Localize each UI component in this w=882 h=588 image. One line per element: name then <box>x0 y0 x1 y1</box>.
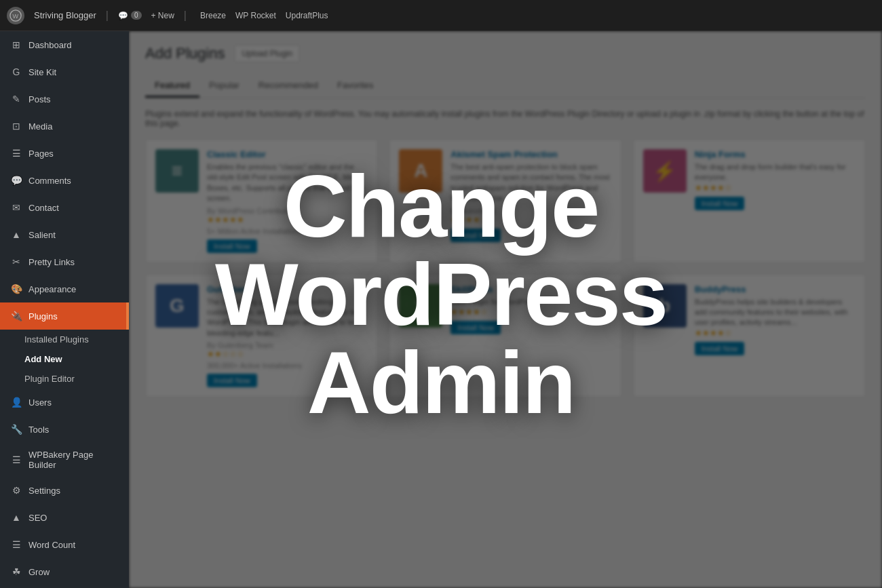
install-button-akismet[interactable]: Install Now <box>450 229 501 242</box>
sidebar-item-appearance[interactable]: 🎨 Appearance <box>0 275 129 302</box>
sidebar-item-plugins[interactable]: 🔌 Plugins <box>0 302 129 330</box>
plugins-icon: 🔌 <box>9 309 23 323</box>
plugin-desc-buddypress: BuddyPress helps site builders & develop… <box>695 297 856 328</box>
plugin-installs-classic-editor: 5+ Million Active Installations <box>207 227 368 235</box>
sidebar-item-wpbakery[interactable]: ☰ WPBakery Page Builder <box>0 443 129 477</box>
plugin-name-gutenberg[interactable]: Gutenberg <box>207 284 368 294</box>
tab-favorites[interactable]: Favorites <box>328 75 383 98</box>
sidebar-label-sitekit: Site Kit <box>28 67 56 77</box>
salient-icon: ▲ <box>9 228 23 241</box>
tab-recommended[interactable]: Recommended <box>249 75 328 98</box>
admin-bar-plugins: Breeze WP Rocket UpdraftPlus <box>200 11 328 20</box>
plugin-stars-gutenberg: ★★☆☆☆ <box>207 349 368 359</box>
users-icon: 👤 <box>9 395 23 409</box>
plugin-stars-buddypress: ★★★★☆ <box>695 328 856 338</box>
sidebar-item-salient[interactable]: ▲ Salient <box>0 221 129 248</box>
plugin-breeze[interactable]: Breeze <box>200 11 226 20</box>
plugin-stars-ninja: ★★★★☆ <box>695 183 856 193</box>
plugin-name-classic-editor[interactable]: Classic Editor <box>207 149 368 159</box>
plugin-updraftplus[interactable]: UpdraftPlus <box>286 11 328 20</box>
plugin-name-skillpress[interactable]: SkillPress <box>450 284 538 294</box>
sidebar-item-tools[interactable]: 🔧 Tools <box>0 416 129 443</box>
sidebar-item-dashboard[interactable]: ⊞ Dashboard <box>0 31 129 58</box>
plugin-card-classic-editor: ≡ Classic Editor Enables the previous "c… <box>145 139 378 263</box>
plugin-wprocket[interactable]: WP Rocket <box>235 11 276 20</box>
plugin-info-akismet: Akismet Spam Protection The best anti-sp… <box>450 149 611 253</box>
sep1: | <box>106 9 109 22</box>
plugin-thumb-skillpress: S <box>399 284 442 328</box>
sidebar-label-word-count: Word Count <box>28 540 75 550</box>
plugin-desc-akismet: The best anti-spam protection to block s… <box>450 162 611 204</box>
plugin-desc-ninja: The drag and drop form builder that's ea… <box>695 162 856 183</box>
sidebar-item-word-count[interactable]: ☰ Word Count <box>0 531 129 558</box>
sidebar-label-media: Media <box>28 121 52 132</box>
plugin-card-skillpress: S SkillPress LMS Plugin for WordPress ★★… <box>389 274 621 398</box>
plugin-info-gutenberg: Gutenberg The Gutenberg plugin provides … <box>207 284 368 388</box>
install-button-classic-editor[interactable]: Install Now <box>207 239 257 253</box>
plugin-thumb-ninja: ⚡ <box>643 149 687 193</box>
word-count-icon: ☰ <box>9 538 23 551</box>
sidebar-item-posts[interactable]: ✎ Posts <box>0 85 129 113</box>
sidebar-label-tools: Tools <box>28 425 49 435</box>
new-item[interactable]: + New <box>151 11 174 20</box>
sidebar-label-appearance: Appearance <box>28 284 76 294</box>
plugin-thumb-gutenberg: G <box>155 284 199 328</box>
tab-popular[interactable]: Popular <box>199 75 249 98</box>
seo-icon: ▲ <box>9 511 23 524</box>
comments-count[interactable]: 💬 0 <box>118 11 142 20</box>
sidebar-item-grow[interactable]: ☘ Grow <box>0 558 129 585</box>
sidebar-item-pretty-links[interactable]: ✂ Pretty Links <box>0 248 129 275</box>
plugin-desc-classic-editor: Enables the previous "classic" editor an… <box>207 162 368 204</box>
install-button-ninja[interactable]: Install Now <box>695 197 745 210</box>
sep2: | <box>184 9 187 22</box>
sidebar-item-media[interactable]: ⊡ Media <box>0 113 129 140</box>
sidebar-label-dashboard: Dashboard <box>28 40 72 50</box>
admin-bar: W Striving Blogger | 💬 0 + New | Breeze … <box>0 0 882 31</box>
comments-icon: 💬 <box>9 174 23 187</box>
settings-icon: ⚙ <box>9 484 23 497</box>
posts-icon: ✎ <box>9 92 23 106</box>
sidebar-item-settings[interactable]: ⚙ Settings <box>0 477 129 504</box>
wp-logo-icon[interactable]: W <box>7 7 24 24</box>
sidebar-label-grow: Grow <box>28 567 50 577</box>
contact-icon: ✉ <box>9 201 23 214</box>
upload-plugin-button[interactable]: Upload Plugin <box>234 45 300 62</box>
submenu-add-new[interactable]: Add New <box>0 349 129 369</box>
svg-text:W: W <box>13 12 19 19</box>
install-button-gutenberg[interactable]: Install Now <box>207 374 257 387</box>
plugin-name-ninja[interactable]: Ninja Forms <box>695 149 856 159</box>
plugin-info-ninja: Ninja Forms The drag and drop form build… <box>695 149 856 253</box>
sidebar-item-contact[interactable]: ✉ Contact <box>0 194 129 221</box>
plugin-info-classic-editor: Classic Editor Enables the previous "cla… <box>207 149 368 253</box>
tab-featured[interactable]: Featured <box>145 75 199 98</box>
sidebar-item-seo[interactable]: ▲ SEO <box>0 504 129 531</box>
plugin-name-akismet[interactable]: Akismet Spam Protection <box>450 149 611 159</box>
sidebar-item-comments[interactable]: 💬 Comments <box>0 167 129 194</box>
plugin-stars-classic-editor: ★★★★★ <box>207 215 368 224</box>
plugin-card-gutenberg: G Gutenberg The Gutenberg plugin provide… <box>145 274 378 398</box>
sidebar-item-users[interactable]: 👤 Users <box>0 389 129 416</box>
submenu-plugin-editor[interactable]: Plugin Editor <box>0 369 129 389</box>
sidebar-label-pretty-links: Pretty Links <box>28 257 75 267</box>
sidebar-item-sitekit[interactable]: G Site Kit <box>0 58 129 85</box>
sidebar-item-pages[interactable]: ☰ Pages <box>0 140 129 167</box>
sitekit-icon: G <box>9 65 23 79</box>
sidebar-label-pages: Pages <box>28 149 54 159</box>
submenu-installed-plugins[interactable]: Installed Plugins <box>0 330 129 349</box>
plugin-thumb-akismet: A <box>399 149 442 193</box>
plugins-tabs: Featured Popular Recommended Favorites <box>145 75 866 98</box>
plugin-card-buddypress: b BuddyPress BuddyPress helps site build… <box>633 274 866 398</box>
site-name[interactable]: Striving Blogger <box>34 10 96 20</box>
sidebar-label-wpbakery: WPBakery Page Builder <box>28 450 119 470</box>
plugin-info-buddypress: BuddyPress BuddyPress helps site builder… <box>695 284 856 388</box>
sidebar-label-plugins: Plugins <box>28 311 58 321</box>
install-button-skillpress[interactable]: Install Now <box>450 321 501 334</box>
install-button-buddypress[interactable]: Install Now <box>695 342 745 355</box>
page-header: Add Plugins Upload Plugin <box>145 45 866 62</box>
plugins-grid: ≡ Classic Editor Enables the previous "c… <box>145 139 866 397</box>
sidebar-label-seo: SEO <box>28 513 47 523</box>
plugin-info-skillpress: SkillPress LMS Plugin for WordPress ★★★★… <box>450 284 538 388</box>
dashboard-icon: ⊞ <box>9 38 23 52</box>
plugin-desc-gutenberg: The Gutenberg plugin provides editing, c… <box>207 297 368 339</box>
plugin-name-buddypress[interactable]: BuddyPress <box>695 284 856 294</box>
